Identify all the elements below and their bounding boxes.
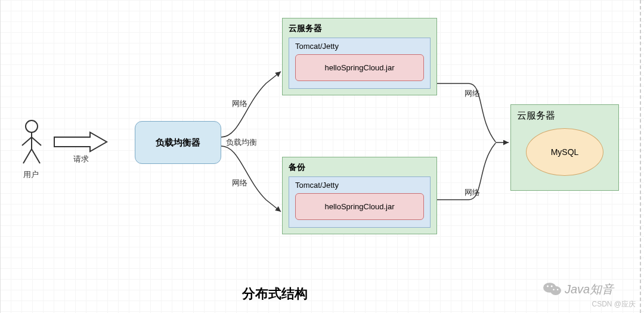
jar-box-2: helloSpringCloud.jar [295,193,424,220]
svg-line-4 [23,149,32,163]
cloud-server-1-header: 云服务器 [289,23,431,34]
svg-line-5 [32,149,40,163]
jar-box-1: helloSpringCloud.jar [295,54,424,81]
tomcat-box-1: Tomcat/Jetty helloSpringCloud.jar [289,38,431,89]
db-server-header: 云服务器 [517,110,612,122]
cloud-server-2-box: 备份 Tomcat/Jetty helloSpringCloud.jar [282,157,437,234]
db-label: MySQL [551,147,579,157]
request-arrow-icon [54,132,107,151]
network-label-bottom: 网络 [232,178,247,188]
java-watermark: Java知音 [565,281,614,297]
svg-line-2 [22,137,32,145]
svg-point-11 [557,289,559,291]
svg-point-8 [547,286,549,287]
tomcat-label-2: Tomcat/Jetty [295,181,424,190]
network-label-right-top: 网络 [465,88,480,99]
user-label: 用户 [23,169,39,180]
lb-to-bottom-arrow [221,146,281,212]
svg-line-3 [32,137,41,145]
tomcat-box-2: Tomcat/Jetty helloSpringCloud.jar [289,176,431,228]
load-balancer-box: 负载均衡器 [135,121,221,164]
cloud-server-1-box: 云服务器 Tomcat/Jetty helloSpringCloud.jar [282,18,437,95]
cloud-server-2-header: 备份 [289,162,431,173]
svg-point-10 [553,289,555,291]
wechat-icon [543,281,561,297]
svg-point-9 [551,286,553,287]
svg-point-0 [26,120,38,132]
diagram-title: 分布式结构 [242,285,308,303]
load-balancer-label: 负载均衡器 [156,137,200,148]
csdn-watermark: CSDN @应庆 [592,299,636,309]
user-icon [18,119,45,167]
jar-label-1: helloSpringCloud.jar [324,63,394,72]
tomcat-label-1: Tomcat/Jetty [295,42,424,51]
svg-point-7 [550,286,561,295]
db-server-box: 云服务器 MySQL [510,104,619,191]
lb-to-top-arrow [221,72,281,137]
load-balance-label: 负载均衡 [226,137,257,148]
request-label: 请求 [73,154,89,165]
network-label-top: 网络 [232,98,247,109]
db-ellipse: MySQL [526,128,603,176]
jar-label-2: helloSpringCloud.jar [324,202,394,211]
network-label-right-bottom: 网络 [465,187,480,198]
